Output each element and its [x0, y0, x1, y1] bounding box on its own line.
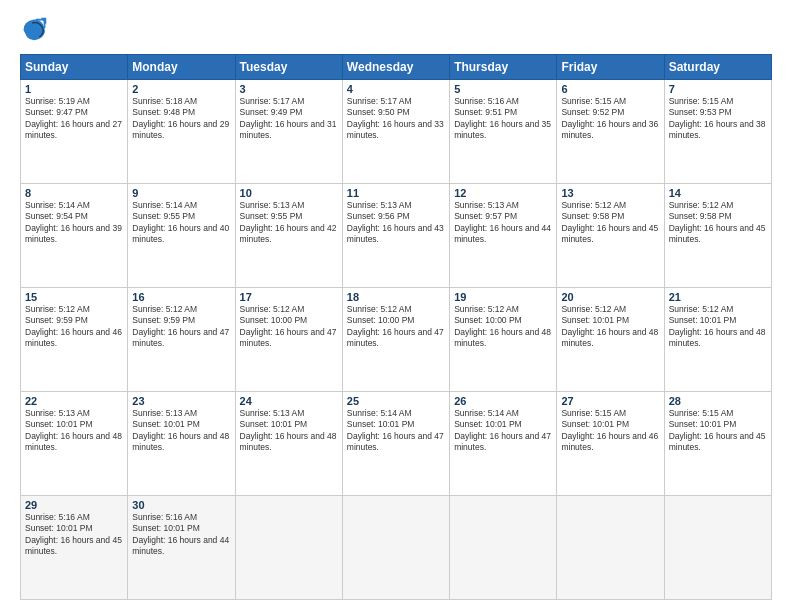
day-number: 25 [347, 395, 445, 407]
calendar-day-cell: 26Sunrise: 5:14 AMSunset: 10:01 PMDaylig… [450, 392, 557, 496]
calendar-day-cell [557, 496, 664, 600]
calendar-day-cell: 30Sunrise: 5:16 AMSunset: 10:01 PMDaylig… [128, 496, 235, 600]
day-number: 8 [25, 187, 123, 199]
calendar-day-cell: 4Sunrise: 5:17 AMSunset: 9:50 PMDaylight… [342, 80, 449, 184]
day-number: 6 [561, 83, 659, 95]
day-info: Sunrise: 5:12 AMSunset: 10:01 PMDaylight… [561, 304, 659, 350]
day-number: 11 [347, 187, 445, 199]
calendar-day-cell: 9Sunrise: 5:14 AMSunset: 9:55 PMDaylight… [128, 184, 235, 288]
logo [20, 16, 52, 44]
day-number: 24 [240, 395, 338, 407]
day-info: Sunrise: 5:17 AMSunset: 9:49 PMDaylight:… [240, 96, 338, 142]
day-info: Sunrise: 5:13 AMSunset: 9:57 PMDaylight:… [454, 200, 552, 246]
calendar-day-cell: 1Sunrise: 5:19 AMSunset: 9:47 PMDaylight… [21, 80, 128, 184]
calendar-day-cell: 20Sunrise: 5:12 AMSunset: 10:01 PMDaylig… [557, 288, 664, 392]
calendar-day-cell: 12Sunrise: 5:13 AMSunset: 9:57 PMDayligh… [450, 184, 557, 288]
day-number: 4 [347, 83, 445, 95]
calendar-day-cell: 16Sunrise: 5:12 AMSunset: 9:59 PMDayligh… [128, 288, 235, 392]
day-number: 3 [240, 83, 338, 95]
day-info: Sunrise: 5:14 AMSunset: 10:01 PMDaylight… [454, 408, 552, 454]
calendar-day-cell: 6Sunrise: 5:15 AMSunset: 9:52 PMDaylight… [557, 80, 664, 184]
calendar-week-row: 1Sunrise: 5:19 AMSunset: 9:47 PMDaylight… [21, 80, 772, 184]
calendar-table: SundayMondayTuesdayWednesdayThursdayFrid… [20, 54, 772, 600]
day-number: 14 [669, 187, 767, 199]
calendar-day-cell: 3Sunrise: 5:17 AMSunset: 9:49 PMDaylight… [235, 80, 342, 184]
day-info: Sunrise: 5:16 AMSunset: 9:51 PMDaylight:… [454, 96, 552, 142]
page: SundayMondayTuesdayWednesdayThursdayFrid… [0, 0, 792, 612]
day-number: 5 [454, 83, 552, 95]
day-number: 2 [132, 83, 230, 95]
day-info: Sunrise: 5:15 AMSunset: 9:52 PMDaylight:… [561, 96, 659, 142]
day-info: Sunrise: 5:15 AMSunset: 9:53 PMDaylight:… [669, 96, 767, 142]
calendar-day-cell: 15Sunrise: 5:12 AMSunset: 9:59 PMDayligh… [21, 288, 128, 392]
calendar-day-cell: 18Sunrise: 5:12 AMSunset: 10:00 PMDaylig… [342, 288, 449, 392]
day-number: 22 [25, 395, 123, 407]
day-info: Sunrise: 5:12 AMSunset: 9:59 PMDaylight:… [132, 304, 230, 350]
calendar-header-cell: Monday [128, 55, 235, 80]
calendar-day-cell: 2Sunrise: 5:18 AMSunset: 9:48 PMDaylight… [128, 80, 235, 184]
day-info: Sunrise: 5:12 AMSunset: 10:01 PMDaylight… [669, 304, 767, 350]
day-number: 19 [454, 291, 552, 303]
day-info: Sunrise: 5:12 AMSunset: 9:58 PMDaylight:… [561, 200, 659, 246]
day-number: 26 [454, 395, 552, 407]
calendar-day-cell [235, 496, 342, 600]
day-info: Sunrise: 5:12 AMSunset: 9:58 PMDaylight:… [669, 200, 767, 246]
calendar-header-cell: Wednesday [342, 55, 449, 80]
calendar-day-cell: 14Sunrise: 5:12 AMSunset: 9:58 PMDayligh… [664, 184, 771, 288]
day-number: 7 [669, 83, 767, 95]
calendar-day-cell: 27Sunrise: 5:15 AMSunset: 10:01 PMDaylig… [557, 392, 664, 496]
day-info: Sunrise: 5:13 AMSunset: 10:01 PMDaylight… [25, 408, 123, 454]
day-info: Sunrise: 5:12 AMSunset: 10:00 PMDaylight… [347, 304, 445, 350]
calendar-day-cell: 28Sunrise: 5:15 AMSunset: 10:01 PMDaylig… [664, 392, 771, 496]
day-number: 20 [561, 291, 659, 303]
day-info: Sunrise: 5:14 AMSunset: 9:55 PMDaylight:… [132, 200, 230, 246]
calendar-day-cell: 11Sunrise: 5:13 AMSunset: 9:56 PMDayligh… [342, 184, 449, 288]
calendar-day-cell: 19Sunrise: 5:12 AMSunset: 10:00 PMDaylig… [450, 288, 557, 392]
day-number: 29 [25, 499, 123, 511]
calendar-day-cell: 17Sunrise: 5:12 AMSunset: 10:00 PMDaylig… [235, 288, 342, 392]
day-info: Sunrise: 5:13 AMSunset: 9:56 PMDaylight:… [347, 200, 445, 246]
calendar-week-row: 22Sunrise: 5:13 AMSunset: 10:01 PMDaylig… [21, 392, 772, 496]
calendar-day-cell: 22Sunrise: 5:13 AMSunset: 10:01 PMDaylig… [21, 392, 128, 496]
day-number: 16 [132, 291, 230, 303]
day-info: Sunrise: 5:13 AMSunset: 10:01 PMDaylight… [240, 408, 338, 454]
calendar-day-cell: 24Sunrise: 5:13 AMSunset: 10:01 PMDaylig… [235, 392, 342, 496]
calendar-header-cell: Tuesday [235, 55, 342, 80]
calendar-day-cell: 13Sunrise: 5:12 AMSunset: 9:58 PMDayligh… [557, 184, 664, 288]
day-number: 12 [454, 187, 552, 199]
day-info: Sunrise: 5:18 AMSunset: 9:48 PMDaylight:… [132, 96, 230, 142]
calendar-day-cell: 7Sunrise: 5:15 AMSunset: 9:53 PMDaylight… [664, 80, 771, 184]
day-info: Sunrise: 5:19 AMSunset: 9:47 PMDaylight:… [25, 96, 123, 142]
day-number: 15 [25, 291, 123, 303]
day-info: Sunrise: 5:12 AMSunset: 9:59 PMDaylight:… [25, 304, 123, 350]
calendar-day-cell: 10Sunrise: 5:13 AMSunset: 9:55 PMDayligh… [235, 184, 342, 288]
day-info: Sunrise: 5:16 AMSunset: 10:01 PMDaylight… [25, 512, 123, 558]
calendar-header-cell: Friday [557, 55, 664, 80]
day-number: 1 [25, 83, 123, 95]
day-number: 21 [669, 291, 767, 303]
calendar-day-cell [342, 496, 449, 600]
calendar-week-row: 29Sunrise: 5:16 AMSunset: 10:01 PMDaylig… [21, 496, 772, 600]
day-info: Sunrise: 5:15 AMSunset: 10:01 PMDaylight… [669, 408, 767, 454]
day-info: Sunrise: 5:13 AMSunset: 10:01 PMDaylight… [132, 408, 230, 454]
day-info: Sunrise: 5:14 AMSunset: 9:54 PMDaylight:… [25, 200, 123, 246]
calendar-header-cell: Sunday [21, 55, 128, 80]
day-info: Sunrise: 5:15 AMSunset: 10:01 PMDaylight… [561, 408, 659, 454]
day-info: Sunrise: 5:14 AMSunset: 10:01 PMDaylight… [347, 408, 445, 454]
calendar-day-cell [450, 496, 557, 600]
logo-icon [20, 16, 48, 44]
calendar-day-cell: 23Sunrise: 5:13 AMSunset: 10:01 PMDaylig… [128, 392, 235, 496]
day-info: Sunrise: 5:16 AMSunset: 10:01 PMDaylight… [132, 512, 230, 558]
calendar-day-cell: 8Sunrise: 5:14 AMSunset: 9:54 PMDaylight… [21, 184, 128, 288]
header [20, 16, 772, 44]
calendar-day-cell: 25Sunrise: 5:14 AMSunset: 10:01 PMDaylig… [342, 392, 449, 496]
day-number: 17 [240, 291, 338, 303]
calendar-day-cell: 21Sunrise: 5:12 AMSunset: 10:01 PMDaylig… [664, 288, 771, 392]
day-number: 13 [561, 187, 659, 199]
day-number: 10 [240, 187, 338, 199]
calendar-day-cell [664, 496, 771, 600]
day-info: Sunrise: 5:17 AMSunset: 9:50 PMDaylight:… [347, 96, 445, 142]
calendar-week-row: 8Sunrise: 5:14 AMSunset: 9:54 PMDaylight… [21, 184, 772, 288]
day-info: Sunrise: 5:13 AMSunset: 9:55 PMDaylight:… [240, 200, 338, 246]
day-number: 27 [561, 395, 659, 407]
